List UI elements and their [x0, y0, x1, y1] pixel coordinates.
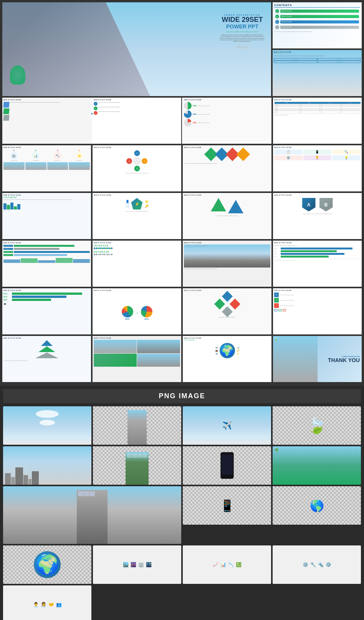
ci-icon-4: 🌃 [146, 562, 152, 567]
bar-4 [14, 206, 17, 209]
pie-year-2: 2014 [141, 318, 152, 320]
step-2: 2 Lorem ipsum dolor sit amet consectetur… [94, 106, 180, 110]
tc-click-text: CLICK TO ADD TEXT [3, 197, 90, 198]
slide-timeline[interactable]: ADD A TITLE SLIDE 1A OPTION 1B OPTION 2A… [2, 241, 91, 287]
pi-icon-2: 👩‍💼 [41, 602, 46, 607]
hb-item-label-3: TEXT [274, 253, 280, 254]
nc-bar-1 [12, 293, 82, 295]
ci-icon-2: 🌆 [131, 562, 136, 567]
w4 [142, 453, 147, 458]
slide-infobox[interactable]: ADD A TITLE SLIDE T TEXT Lorem ipsum dol… [273, 288, 362, 334]
cube-3 [3, 115, 9, 121]
pi-icon-1: 👨‍💼 [33, 602, 39, 607]
slide-numchart[interactable]: ADD A TITLE SLIDE 00.0 00.0 00.0 [2, 288, 91, 334]
phone-screen [222, 454, 233, 475]
tw3 [89, 491, 95, 496]
hb-title: ADD A TITLE SLIDE [274, 242, 361, 244]
bld-5 [28, 479, 31, 485]
slide-textchart[interactable]: ADD A TITLE SLIDE CLICK TO ADD TEXT Lore… [2, 193, 91, 239]
gi-icon-1: ⚙️ [303, 562, 308, 567]
pent-icon-3: ⭐ [145, 200, 149, 203]
col-text-1: Lorem ipsum dolor [3, 160, 25, 161]
slide-photogrid[interactable]: ADD A TITLE SLIDE [93, 336, 181, 382]
col-text-3: Lorem ipsum dolor [47, 160, 68, 161]
city-img-3 [47, 162, 68, 170]
slide-contents[interactable]: CONTENTS 01 ADD A TITLE SLIDE 02 ADD A T… [273, 2, 362, 48]
ab-title: ADD A TITLE SLIDE [274, 194, 361, 196]
green-bld [126, 452, 149, 485]
slide-city-photo[interactable]: ADD A TITLE SLIDE Lorem ipsum dolor sit … [183, 241, 271, 287]
pie-arrow: → [135, 310, 139, 316]
ch-icon-1: 📈 [213, 562, 218, 567]
city-img-4 [69, 162, 90, 170]
bottom-bar-2 [21, 258, 38, 263]
w1 [127, 453, 132, 458]
slide-icon-grid[interactable]: ADD A TITLE SLIDE 📋 📱 🔍 ⚙️ 🏆 💡 [273, 145, 362, 191]
content-bar-3: ADD A TITLE SLIDE [280, 20, 359, 23]
city-text-block: Lorem ipsum dolor sit amet consectetur a… [274, 55, 361, 57]
slide-ab[interactable]: ADD A TITLE SLIDE A B Lorem ipsum dolor … [273, 193, 362, 239]
step-3: 3 Lorem ipsum dolor sit amet consectetur… [94, 111, 180, 115]
pct-label-3: 20% [193, 121, 197, 124]
hb-item-bar-1 [281, 248, 352, 249]
slide-percent[interactable]: ADD A TITLE SLIDE 50% Lorem ipsum dolor … [183, 98, 271, 144]
slide-4col[interactable]: ADD A TITLE SLIDE 01 🏢 Lorem ipsum dolor… [2, 145, 91, 191]
4col-title: ADD A TITLE SLIDE [3, 146, 90, 148]
slide-city[interactable]: ADD A TITLE SLIDE Click to add subtitle … [273, 50, 362, 96]
nc-num-2: 00.0 [3, 296, 11, 298]
slide-compass[interactable]: ADD A TITLE SLIDE Lorem ipsum dolor sit … [183, 288, 271, 334]
icon-box-5: 🏆 [303, 155, 332, 160]
slide-cubes[interactable]: ADD A TITLE SLIDE Lorem ipsum dolor sit … [2, 98, 91, 144]
ib-badge-1: TEXT [274, 309, 278, 311]
tl-bar-1 [14, 245, 74, 247]
hb-item-label-4: TEXT [274, 256, 280, 257]
slide-increase[interactable]: ADD A TITLE SLIDE INCREASE DECREASE [93, 241, 181, 287]
hb-item-label-2: TEXT [274, 251, 280, 252]
city-box-2: ADD A TITLE SLIDE [318, 58, 361, 60]
slide-table[interactable]: ADD A TITLE SLIDE ITEM201320142015 Lorem… [273, 98, 362, 144]
slide-pentagon[interactable]: ADD A TITLE SLIDE 👤 📄 ⚡ ⭐ 🔑 Lorem ipsum … [93, 193, 181, 239]
tw1 [78, 491, 83, 496]
tl-bar-2 [14, 248, 60, 250]
pie-year-1: 2015 [122, 318, 133, 320]
gb-left-icons: 🏢💼⚙️ [215, 346, 218, 355]
slide-hbars[interactable]: ADD A TITLE SLIDE Lorem ipsum dolor sit … [273, 241, 362, 287]
compass-right [229, 299, 240, 309]
pct-text-3: Lorem ipsum dolor sit amet [198, 122, 270, 123]
content-item-1: 01 ADD A TITLE SLIDE [274, 9, 360, 13]
col-icon-3: 🔧 [54, 152, 61, 160]
gb-click: CLICK TO ADD TEXT [184, 339, 270, 341]
pg-photo-1 [94, 340, 137, 353]
gb-title: ADD A TITLE SLIDE [184, 337, 270, 339]
plane-icon: ✈️ [183, 406, 271, 445]
slide-prism[interactable]: ADD A TITLE SLIDE Lorem ipsum dolor sit … [183, 193, 271, 239]
diamond-title: ADD A TITLE SLIDE [184, 146, 270, 148]
png-hand-phone: 📱 [183, 486, 271, 525]
step-text-1: Lorem ipsum dolor sit amet consectetur a… [98, 102, 120, 103]
slide-row-5: ADD A TITLE SLIDE 1A OPTION 1B OPTION 2A… [2, 241, 362, 287]
cover-title-line1: WIDE 29SET [219, 16, 265, 24]
ch-icon-2: 📊 [220, 562, 226, 567]
ib-text-1: TEXT Lorem ipsum dolor sit amet [280, 294, 294, 296]
content-bar-1: ADD A TITLE SLIDE [280, 10, 359, 13]
slide-steps[interactable]: ADD A TITLE SLIDE 1 Lorem ipsum dolor si… [93, 98, 181, 144]
tl-label-1: 1A OPTION [3, 245, 13, 247]
ib-icon-1: T [274, 293, 279, 297]
compass-top [222, 291, 232, 302]
gi-icon-2: 🔧 [310, 562, 316, 567]
slide-cover[interactable]: POWER PRESENTATION WIDE 29SET POWER PPT … [2, 2, 271, 96]
slide-pyramid[interactable]: ADD A TITLE SLIDE Lorem ipsum dolor sit … [2, 336, 91, 382]
globe-icon: 🌍 [220, 343, 235, 358]
slide-globe[interactable]: ADD A TITLE SLIDE CLICK TO ADD TEXT 🏢💼⚙️… [183, 336, 271, 382]
tc-legend: ■ ITEM A ■ ITEM B [3, 210, 90, 211]
slide-thank-you[interactable]: POWER PRESENTATION THANK YOU 🍃 [273, 336, 362, 382]
slide-cycle[interactable]: ADD A TITLE SLIDE 1 3 4 2 Lorem ipsum do… [93, 145, 181, 191]
pct-circle-2 [184, 110, 192, 118]
cloud-1 [36, 410, 59, 418]
slide-pie[interactable]: ADD A TITLE SLIDE 2015 → 2014 [93, 288, 181, 334]
cover-title-line2: POWER PPT [219, 24, 265, 30]
cycle-step-4: 4 [126, 158, 132, 164]
content-bar-4: ADD A TITLE SLIDE [280, 26, 359, 29]
png-tall-building [3, 486, 181, 544]
slide-diamond[interactable]: ADD A TITLE SLIDE Lorem ipsum dolor sit … [183, 145, 271, 191]
